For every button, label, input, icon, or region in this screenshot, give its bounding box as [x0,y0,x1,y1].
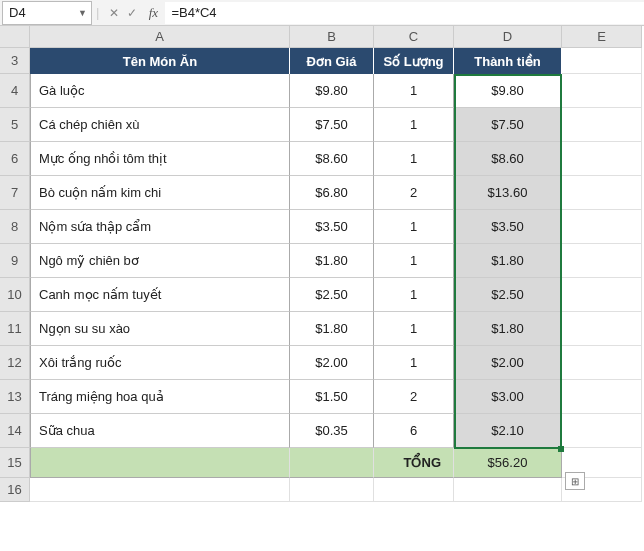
cell[interactable] [454,478,562,502]
cell-total[interactable]: $7.50 [454,108,562,142]
formula-text: =B4*C4 [171,5,216,20]
row-header[interactable]: 12 [0,346,30,380]
cell-total[interactable]: $9.80 [454,74,562,108]
row-header[interactable]: 13 [0,380,30,414]
cell-price[interactable]: $8.60 [290,142,374,176]
cell[interactable] [562,244,642,278]
cell-total[interactable]: $8.60 [454,142,562,176]
cell-qty[interactable]: 1 [374,142,454,176]
cell-qty[interactable]: 1 [374,108,454,142]
cell-total[interactable]: $2.00 [454,346,562,380]
formula-bar: D4 ▼ | ✕ ✓ fx =B4*C4 [0,0,644,26]
name-box[interactable]: D4 ▼ [2,1,92,25]
row-header[interactable]: 14 [0,414,30,448]
confirm-icon[interactable]: ✓ [123,6,141,20]
table-header-c[interactable]: Số Lượng [374,48,454,74]
separator: | [96,5,99,20]
cell-total[interactable]: $2.10 [454,414,562,448]
cell-name[interactable]: Tráng miệng hoa quả [30,380,290,414]
cell[interactable] [562,312,642,346]
cell-name[interactable]: Ngọn su su xào [30,312,290,346]
cell[interactable] [562,48,642,74]
table-header-d[interactable]: Thành tiền [454,48,562,74]
cell[interactable] [290,478,374,502]
cell-name[interactable]: Xôi trắng ruốc [30,346,290,380]
row-header[interactable]: 16 [0,478,30,502]
col-header-c[interactable]: C [374,26,454,48]
fill-handle[interactable] [558,446,564,452]
col-header-b[interactable]: B [290,26,374,48]
autofill-options-icon[interactable]: ⊞ [565,472,585,490]
cell-qty[interactable]: 1 [374,312,454,346]
cell[interactable] [562,346,642,380]
total-row-cell[interactable] [290,448,374,478]
cell-name[interactable]: Cá chép chiên xù [30,108,290,142]
cell-total[interactable]: $1.80 [454,312,562,346]
cell-price[interactable]: $1.80 [290,312,374,346]
row-header[interactable]: 6 [0,142,30,176]
cell-qty[interactable]: 1 [374,74,454,108]
cell-price[interactable]: $3.50 [290,210,374,244]
cell[interactable] [374,478,454,502]
cell[interactable] [562,108,642,142]
total-label[interactable]: TỔNG [374,448,454,478]
cell-total[interactable]: $3.00 [454,380,562,414]
cell-qty[interactable]: 1 [374,244,454,278]
cell-qty[interactable]: 2 [374,176,454,210]
cell-qty[interactable]: 2 [374,380,454,414]
cell-name[interactable]: Canh mọc nấm tuyết [30,278,290,312]
row-header[interactable]: 3 [0,48,30,74]
row-header[interactable]: 8 [0,210,30,244]
cell-name[interactable]: Nộm sứa thập cẩm [30,210,290,244]
cell-qty[interactable]: 1 [374,346,454,380]
cell-total[interactable]: $1.80 [454,244,562,278]
cell[interactable] [562,176,642,210]
cell[interactable] [562,414,642,448]
cell[interactable] [30,478,290,502]
row-header[interactable]: 10 [0,278,30,312]
total-value[interactable]: $56.20 [454,448,562,478]
cell-qty[interactable]: 1 [374,210,454,244]
cell-qty[interactable]: 6 [374,414,454,448]
cell-price[interactable]: $6.80 [290,176,374,210]
cell[interactable] [562,380,642,414]
cell[interactable] [562,210,642,244]
cell-price[interactable]: $7.50 [290,108,374,142]
fx-icon[interactable]: fx [141,5,165,21]
row-header[interactable]: 11 [0,312,30,346]
col-header-d[interactable]: D [454,26,562,48]
cell-name[interactable]: Ngô mỹ chiên bơ [30,244,290,278]
cell-price[interactable]: $2.50 [290,278,374,312]
cell-price[interactable]: $0.35 [290,414,374,448]
cell-name[interactable]: Sữa chua [30,414,290,448]
row-header[interactable]: 4 [0,74,30,108]
cell-name[interactable]: Bò cuộn nấm kim chi [30,176,290,210]
cell-name[interactable]: Gà luộc [30,74,290,108]
row-header[interactable]: 9 [0,244,30,278]
table-header-a[interactable]: Tên Món Ăn [30,48,290,74]
cell-total[interactable]: $2.50 [454,278,562,312]
row-header[interactable]: 7 [0,176,30,210]
worksheet[interactable]: A B C D E 3 Tên Món Ăn Đơn Giá Số Lượng … [0,26,644,502]
formula-input[interactable]: =B4*C4 [165,2,644,24]
cancel-icon[interactable]: ✕ [105,6,123,20]
select-all-corner[interactable] [0,26,30,48]
row-header[interactable]: 5 [0,108,30,142]
cell[interactable] [562,142,642,176]
cell-price[interactable]: $1.50 [290,380,374,414]
cell-qty[interactable]: 1 [374,278,454,312]
table-header-b[interactable]: Đơn Giá [290,48,374,74]
col-header-e[interactable]: E [562,26,642,48]
cell-total[interactable]: $13.60 [454,176,562,210]
cell[interactable] [562,74,642,108]
cell[interactable] [562,278,642,312]
cell-price[interactable]: $2.00 [290,346,374,380]
row-header[interactable]: 15 [0,448,30,478]
total-row-cell[interactable] [30,448,290,478]
cell-price[interactable]: $9.80 [290,74,374,108]
dropdown-icon[interactable]: ▼ [78,8,87,18]
cell-total[interactable]: $3.50 [454,210,562,244]
cell-name[interactable]: Mực ống nhồi tôm thịt [30,142,290,176]
cell-price[interactable]: $1.80 [290,244,374,278]
col-header-a[interactable]: A [30,26,290,48]
